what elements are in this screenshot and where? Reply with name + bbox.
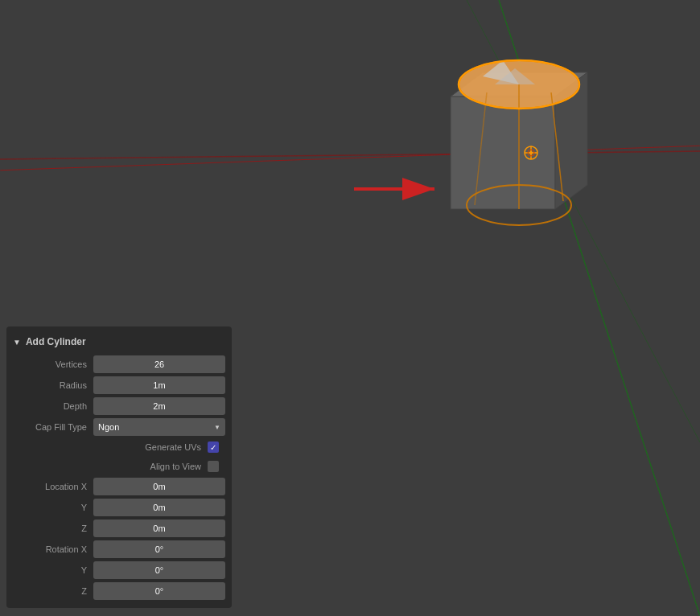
radius-row: Radius 1m <box>6 375 232 396</box>
location-y-value[interactable]: 0m <box>93 499 225 516</box>
rotation-y-value[interactable]: 0° <box>93 561 225 579</box>
align-to-view-row: Align to View <box>6 457 232 476</box>
3d-object <box>426 32 603 257</box>
rotation-x-value[interactable]: 0° <box>93 540 225 558</box>
vertices-row: Vertices 26 <box>6 354 232 375</box>
rotation-z-row: Z 0° <box>6 581 232 602</box>
cap-fill-type-wrapper: Nothing Ngon Triangle Fan ▼ <box>93 418 225 436</box>
location-x-label: Location X <box>13 482 93 491</box>
panel-header: ▼ Add Cylinder <box>6 333 232 354</box>
location-y-row: Y 0m <box>6 497 232 518</box>
cap-fill-type-select[interactable]: Nothing Ngon Triangle Fan <box>93 418 225 436</box>
align-to-view-label: Align to View <box>150 462 201 471</box>
rotation-y-label: Y <box>13 565 93 575</box>
panel-title: Add Cylinder <box>26 336 86 347</box>
depth-label: Depth <box>13 401 93 411</box>
add-cylinder-panel: ▼ Add Cylinder Vertices 26 Radius 1m Dep… <box>6 326 232 608</box>
vertices-value[interactable]: 26 <box>93 355 225 373</box>
generate-uvs-row: Generate UVs <box>6 437 232 457</box>
location-z-value[interactable]: 0m <box>93 519 225 537</box>
align-to-view-checkbox[interactable] <box>208 461 219 472</box>
vertices-label: Vertices <box>13 359 93 369</box>
location-z-label: Z <box>13 524 93 533</box>
rotation-z-value[interactable]: 0° <box>93 582 225 600</box>
location-z-row: Z 0m <box>6 518 232 539</box>
generate-uvs-checkbox[interactable] <box>208 441 219 453</box>
svg-rect-5 <box>451 97 555 209</box>
collapse-triangle[interactable]: ▼ <box>13 338 21 347</box>
radius-label: Radius <box>13 380 93 390</box>
radius-value[interactable]: 1m <box>93 376 225 394</box>
cap-fill-type-row: Cap Fill Type Nothing Ngon Triangle Fan … <box>6 417 232 437</box>
rotation-y-row: Y 0° <box>6 560 232 581</box>
rotation-x-label: Rotation X <box>13 544 93 554</box>
location-y-label: Y <box>13 503 93 512</box>
location-x-row: Location X 0m <box>6 476 232 497</box>
cap-fill-type-label: Cap Fill Type <box>13 422 93 432</box>
generate-uvs-label: Generate UVs <box>145 442 201 452</box>
rotation-z-label: Z <box>13 586 93 596</box>
depth-value[interactable]: 2m <box>93 397 225 415</box>
rotation-x-row: Rotation X 0° <box>6 539 232 560</box>
depth-row: Depth 2m <box>6 396 232 417</box>
location-x-value[interactable]: 0m <box>93 478 225 495</box>
